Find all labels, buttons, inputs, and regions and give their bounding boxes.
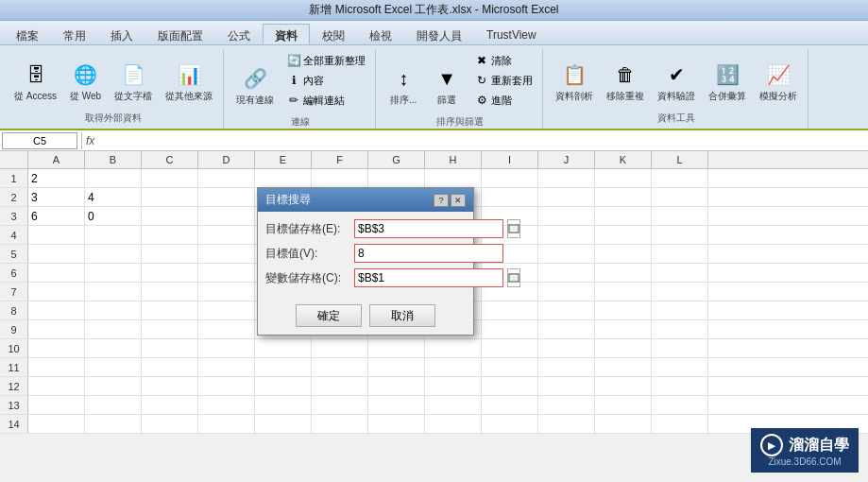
row-header-13[interactable]: 13 <box>0 396 28 414</box>
cell-C9[interactable] <box>142 320 198 338</box>
row-header-5[interactable]: 5 <box>0 245 28 263</box>
ribbon-tab-資料[interactable]: 資料 <box>263 24 310 44</box>
cell-J2[interactable] <box>538 188 595 206</box>
cell-L2[interactable] <box>652 188 708 206</box>
btn-from-text[interactable]: 📄 從文字檔 <box>110 57 157 106</box>
row-header-7[interactable]: 7 <box>0 283 28 301</box>
cell-F10[interactable] <box>312 339 368 357</box>
cell-E10[interactable] <box>255 339 312 357</box>
cell-C10[interactable] <box>142 339 198 357</box>
cell-L12[interactable] <box>652 377 708 395</box>
cell-J4[interactable] <box>538 226 595 244</box>
cell-K14[interactable] <box>595 415 652 433</box>
ribbon-tab-插入[interactable]: 插入 <box>98 24 145 44</box>
cell-A5[interactable] <box>28 245 85 263</box>
cell-D2[interactable] <box>198 188 255 206</box>
cell-E1[interactable] <box>255 169 312 187</box>
cell-B11[interactable] <box>85 358 142 376</box>
cell-C8[interactable] <box>142 301 198 319</box>
row-header-8[interactable]: 8 <box>0 301 28 319</box>
row-header-3[interactable]: 3 <box>0 207 28 225</box>
cell-F14[interactable] <box>312 415 368 433</box>
col-header-H[interactable]: H <box>425 151 482 168</box>
cell-I9[interactable] <box>482 320 538 338</box>
btn-from-other[interactable]: 📊 從其他來源 <box>161 57 217 106</box>
cell-J1[interactable] <box>538 169 595 187</box>
row-header-6[interactable]: 6 <box>0 264 28 282</box>
cell-B7[interactable] <box>85 283 142 301</box>
row-header-11[interactable]: 11 <box>0 358 28 376</box>
btn-text-to-columns[interactable]: 📋 資料剖析 <box>551 57 598 106</box>
cell-L5[interactable] <box>652 245 708 263</box>
cell-I14[interactable] <box>482 415 538 433</box>
cell-H12[interactable] <box>425 377 482 395</box>
cell-C13[interactable] <box>142 396 198 414</box>
cell-I8[interactable] <box>482 301 538 319</box>
cell-K8[interactable] <box>595 301 652 319</box>
cell-F1[interactable] <box>312 169 368 187</box>
cell-K1[interactable] <box>595 169 652 187</box>
cell-J12[interactable] <box>538 377 595 395</box>
dialog-ok-btn[interactable]: 確定 <box>296 304 362 327</box>
btn-properties[interactable]: ℹ 內容 <box>282 71 369 90</box>
cell-C1[interactable] <box>142 169 198 187</box>
cell-J8[interactable] <box>538 301 595 319</box>
cell-D6[interactable] <box>198 264 255 282</box>
cell-K6[interactable] <box>595 264 652 282</box>
cell-B9[interactable] <box>85 320 142 338</box>
cell-A13[interactable] <box>28 396 85 414</box>
cell-L13[interactable] <box>652 396 708 414</box>
cell-J6[interactable] <box>538 264 595 282</box>
btn-from-web[interactable]: 🌐 從 Web <box>65 57 106 106</box>
cell-E12[interactable] <box>255 377 312 395</box>
cell-C4[interactable] <box>142 226 198 244</box>
cell-A7[interactable] <box>28 283 85 301</box>
ribbon-tab-公式[interactable]: 公式 <box>215 24 263 44</box>
cell-A12[interactable] <box>28 377 85 395</box>
cell-G1[interactable] <box>368 169 425 187</box>
cell-I10[interactable] <box>482 339 538 357</box>
cell-G14[interactable] <box>368 415 425 433</box>
cell-D5[interactable] <box>198 245 255 263</box>
cell-B6[interactable] <box>85 264 142 282</box>
cell-B12[interactable] <box>85 377 142 395</box>
col-header-I[interactable]: I <box>482 151 538 168</box>
cell-K12[interactable] <box>595 377 652 395</box>
btn-sort[interactable]: ↕ 排序... <box>383 60 423 110</box>
col-header-J[interactable]: J <box>538 151 595 168</box>
target-cell-collapse-btn[interactable] <box>507 219 520 238</box>
cell-G11[interactable] <box>368 358 425 376</box>
cell-D14[interactable] <box>198 415 255 433</box>
cell-K7[interactable] <box>595 283 652 301</box>
cell-J14[interactable] <box>538 415 595 433</box>
dialog-close-btn[interactable]: ✕ <box>451 194 466 207</box>
cell-C5[interactable] <box>142 245 198 263</box>
cell-D1[interactable] <box>198 169 255 187</box>
cell-B3[interactable]: 0 <box>85 207 142 225</box>
btn-remove-duplicates[interactable]: 🗑 移除重複 <box>602 57 649 106</box>
row-header-4[interactable]: 4 <box>0 226 28 244</box>
cell-B5[interactable] <box>85 245 142 263</box>
cell-G12[interactable] <box>368 377 425 395</box>
cell-A4[interactable] <box>28 226 85 244</box>
cell-I2[interactable] <box>482 188 538 206</box>
cell-L8[interactable] <box>652 301 708 319</box>
cell-I12[interactable] <box>482 377 538 395</box>
cell-C7[interactable] <box>142 283 198 301</box>
cell-J5[interactable] <box>538 245 595 263</box>
cell-A2[interactable]: 3 <box>28 188 85 206</box>
cell-J3[interactable] <box>538 207 595 225</box>
cell-B1[interactable] <box>85 169 142 187</box>
cell-D13[interactable] <box>198 396 255 414</box>
btn-reapply[interactable]: ↻ 重新套用 <box>470 71 536 90</box>
cell-B14[interactable] <box>85 415 142 433</box>
variable-cell-input[interactable] <box>354 268 503 287</box>
cell-D9[interactable] <box>198 320 255 338</box>
btn-clear[interactable]: ✖ 清除 <box>470 51 536 70</box>
cell-B2[interactable]: 4 <box>85 188 142 206</box>
cell-G13[interactable] <box>368 396 425 414</box>
cell-H11[interactable] <box>425 358 482 376</box>
cell-A1[interactable]: 2 <box>28 169 85 187</box>
cell-G10[interactable] <box>368 339 425 357</box>
btn-advanced[interactable]: ⚙ 進階 <box>470 91 536 110</box>
